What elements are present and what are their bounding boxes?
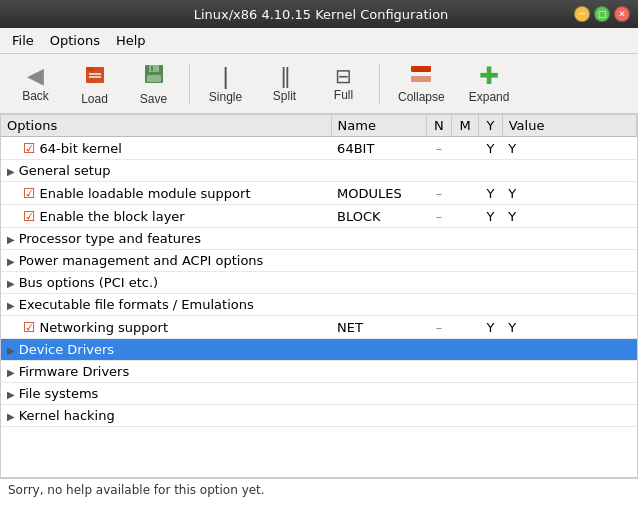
back-label: Back [22,89,49,103]
config-table-container[interactable]: Options Name N M Y Value ☑64-bit kernel6… [0,114,638,478]
value-cell: Y [502,205,636,228]
options-cell: ▶File systems [1,383,331,405]
table-row[interactable]: ☑Enable loadable module supportMODULES–Y… [1,182,637,205]
name-cell [331,272,426,294]
expand-button[interactable]: ✚ Expand [459,58,520,110]
name-cell: MODULES [331,182,426,205]
svg-rect-9 [411,76,431,82]
table-row[interactable]: ▶Executable file formats / Emulations [1,294,637,316]
y-cell [479,272,502,294]
name-cell [331,405,426,427]
table-row[interactable]: ☑64-bit kernel64BIT–YY [1,137,637,160]
n-cell [426,383,451,405]
collapse-label: Collapse [398,90,445,104]
expand-arrow-icon: ▶ [7,300,15,311]
y-cell: Y [479,137,502,160]
table-row[interactable]: ▶Bus options (PCI etc.) [1,272,637,294]
m-cell [452,316,479,339]
value-cell [502,294,636,316]
expand-arrow-icon: ▶ [7,345,15,356]
menubar: File Options Help [0,28,638,54]
m-cell [452,272,479,294]
option-label: 64-bit kernel [40,141,122,156]
option-label: Enable the block layer [40,209,185,224]
table-row[interactable]: ☑Networking supportNET–YY [1,316,637,339]
maximize-button[interactable]: □ [594,6,610,22]
m-cell [452,383,479,405]
y-cell: Y [479,182,502,205]
checkbox-checked-icon: ☑ [23,185,36,201]
checkbox-checked-icon: ☑ [23,208,36,224]
table-row[interactable]: ▶File systems [1,383,637,405]
table-row[interactable]: ▶Device Drivers [1,339,637,361]
menu-options[interactable]: Options [42,31,108,50]
option-label: File systems [19,386,99,401]
window-controls[interactable]: ─ □ ✕ [574,6,630,22]
save-button[interactable]: Save [126,58,181,110]
table-row[interactable]: ▶Kernel hacking [1,405,637,427]
option-label: General setup [19,163,111,178]
checkbox-checked-icon: ☑ [23,319,36,335]
col-header-name: Name [331,115,426,137]
options-cell: ▶Power management and ACPI options [1,250,331,272]
window-title: Linux/x86 4.10.15 Kernel Configuration [68,7,574,22]
options-cell: ▶Executable file formats / Emulations [1,294,331,316]
name-cell: BLOCK [331,205,426,228]
option-label: Kernel hacking [19,408,115,423]
minimize-button[interactable]: ─ [574,6,590,22]
collapse-button[interactable]: Collapse [388,58,455,110]
option-label: Device Drivers [19,342,114,357]
name-cell: 64BIT [331,137,426,160]
n-cell [426,361,451,383]
table-row[interactable]: ▶Firmware Drivers [1,361,637,383]
divider-2 [379,64,380,104]
svg-rect-2 [89,73,101,75]
load-button[interactable]: Load [67,58,122,110]
option-label: Networking support [40,320,168,335]
table-header-row: Options Name N M Y Value [1,115,637,137]
m-cell [452,182,479,205]
load-label: Load [81,92,108,106]
y-cell: Y [479,205,502,228]
value-cell [502,272,636,294]
col-header-m: M [452,115,479,137]
menu-help[interactable]: Help [108,31,154,50]
single-button[interactable]: | Single [198,58,253,110]
svg-rect-7 [147,75,161,82]
expand-icon: ✚ [479,64,499,88]
expand-arrow-icon: ▶ [7,411,15,422]
table-row[interactable]: ☑Enable the block layerBLOCK–YY [1,205,637,228]
back-button[interactable]: ◀ Back [8,58,63,110]
option-label: Processor type and features [19,231,201,246]
menu-file[interactable]: File [4,31,42,50]
svg-rect-1 [86,67,94,71]
single-label: Single [209,90,242,104]
m-cell [452,339,479,361]
table-row[interactable]: ▶Power management and ACPI options [1,250,637,272]
y-cell [479,250,502,272]
full-label: Full [334,88,353,102]
table-row[interactable]: ▶Processor type and features [1,228,637,250]
n-cell: – [426,137,451,160]
y-cell [479,405,502,427]
split-button[interactable]: || Split [257,58,312,110]
full-button[interactable]: ⊟ Full [316,58,371,110]
y-cell [479,228,502,250]
svg-rect-5 [149,65,159,72]
name-cell [331,250,426,272]
option-label: Executable file formats / Emulations [19,297,254,312]
back-icon: ◀ [27,65,44,87]
col-header-n: N [426,115,451,137]
name-cell [331,361,426,383]
name-cell [331,339,426,361]
n-cell [426,294,451,316]
y-cell [479,339,502,361]
split-icon: || [281,65,288,87]
close-button[interactable]: ✕ [614,6,630,22]
table-row[interactable]: ▶General setup [1,160,637,182]
options-cell: ▶Bus options (PCI etc.) [1,272,331,294]
value-cell: Y [502,137,636,160]
table-body: ☑64-bit kernel64BIT–YY▶General setup☑Ena… [1,137,637,427]
col-header-y: Y [479,115,502,137]
options-cell: ▶General setup [1,160,331,182]
